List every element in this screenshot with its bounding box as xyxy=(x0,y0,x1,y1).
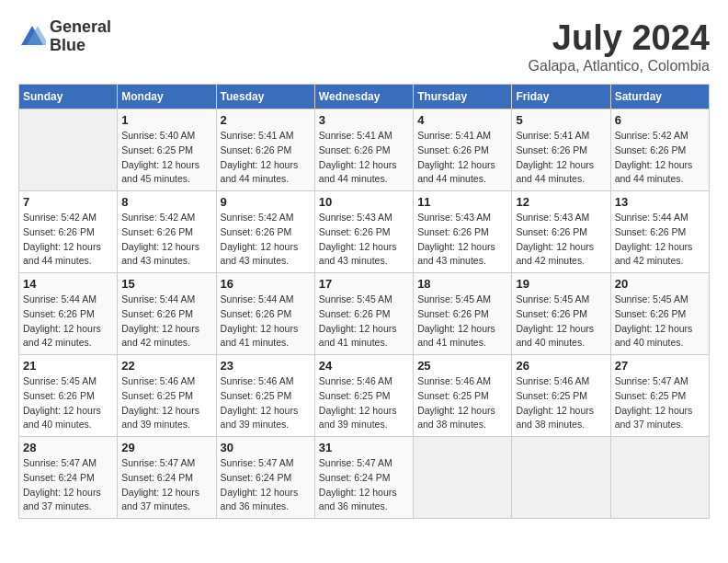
day-number: 9 xyxy=(221,195,311,209)
calendar-cell: 6Sunrise: 5:42 AM Sunset: 6:26 PM Daylig… xyxy=(610,109,709,191)
col-header-friday: Friday xyxy=(512,85,610,109)
calendar-week-row: 14Sunrise: 5:44 AM Sunset: 6:26 PM Dayli… xyxy=(19,273,710,355)
calendar-table: SundayMondayTuesdayWednesdayThursdayFrid… xyxy=(18,84,710,519)
day-number: 7 xyxy=(23,195,113,209)
day-info: Sunrise: 5:42 AM Sunset: 6:26 PM Dayligh… xyxy=(121,211,211,269)
day-number: 11 xyxy=(417,195,507,209)
day-info: Sunrise: 5:45 AM Sunset: 6:26 PM Dayligh… xyxy=(319,293,409,350)
calendar-cell: 5Sunrise: 5:41 AM Sunset: 6:26 PM Daylig… xyxy=(512,109,610,191)
day-number: 22 xyxy=(121,359,211,373)
calendar-cell: 27Sunrise: 5:47 AM Sunset: 6:25 PM Dayli… xyxy=(610,355,709,437)
day-number: 19 xyxy=(516,277,606,291)
day-number: 6 xyxy=(615,113,705,127)
calendar-cell: 22Sunrise: 5:46 AM Sunset: 6:25 PM Dayli… xyxy=(118,355,216,437)
day-number: 16 xyxy=(221,277,311,291)
day-info: Sunrise: 5:44 AM Sunset: 6:26 PM Dayligh… xyxy=(23,293,113,350)
calendar-cell xyxy=(512,437,610,519)
logo-icon xyxy=(18,23,46,51)
col-header-thursday: Thursday xyxy=(414,85,512,109)
day-info: Sunrise: 5:42 AM Sunset: 6:26 PM Dayligh… xyxy=(23,211,113,269)
day-number: 29 xyxy=(121,441,211,454)
day-info: Sunrise: 5:46 AM Sunset: 6:25 PM Dayligh… xyxy=(516,374,606,432)
day-number: 13 xyxy=(615,195,705,209)
day-info: Sunrise: 5:45 AM Sunset: 6:26 PM Dayligh… xyxy=(516,293,606,350)
day-info: Sunrise: 5:47 AM Sunset: 6:24 PM Dayligh… xyxy=(23,456,113,514)
calendar-cell: 13Sunrise: 5:44 AM Sunset: 6:26 PM Dayli… xyxy=(610,191,709,273)
day-info: Sunrise: 5:45 AM Sunset: 6:26 PM Dayligh… xyxy=(417,293,507,350)
day-number: 30 xyxy=(221,441,311,454)
calendar-cell: 24Sunrise: 5:46 AM Sunset: 6:25 PM Dayli… xyxy=(314,355,413,437)
calendar-cell: 18Sunrise: 5:45 AM Sunset: 6:26 PM Dayli… xyxy=(414,273,512,355)
calendar-cell xyxy=(19,109,118,191)
day-info: Sunrise: 5:47 AM Sunset: 6:25 PM Dayligh… xyxy=(615,374,705,432)
day-number: 20 xyxy=(615,277,705,291)
day-info: Sunrise: 5:42 AM Sunset: 6:26 PM Dayligh… xyxy=(615,129,705,187)
calendar-cell: 10Sunrise: 5:43 AM Sunset: 6:26 PM Dayli… xyxy=(314,191,413,273)
day-number: 4 xyxy=(417,113,507,127)
day-info: Sunrise: 5:41 AM Sunset: 6:26 PM Dayligh… xyxy=(417,129,507,187)
day-info: Sunrise: 5:45 AM Sunset: 6:26 PM Dayligh… xyxy=(23,374,113,432)
day-info: Sunrise: 5:40 AM Sunset: 6:25 PM Dayligh… xyxy=(121,129,211,187)
calendar-cell: 19Sunrise: 5:45 AM Sunset: 6:26 PM Dayli… xyxy=(512,273,610,355)
calendar-cell: 9Sunrise: 5:42 AM Sunset: 6:26 PM Daylig… xyxy=(216,191,314,273)
col-header-saturday: Saturday xyxy=(610,85,709,109)
day-number: 31 xyxy=(319,441,409,454)
calendar-cell: 29Sunrise: 5:47 AM Sunset: 6:24 PM Dayli… xyxy=(118,437,216,519)
day-info: Sunrise: 5:44 AM Sunset: 6:26 PM Dayligh… xyxy=(121,293,211,350)
day-number: 14 xyxy=(23,277,113,291)
calendar-week-row: 21Sunrise: 5:45 AM Sunset: 6:26 PM Dayli… xyxy=(19,355,710,437)
calendar-cell: 1Sunrise: 5:40 AM Sunset: 6:25 PM Daylig… xyxy=(118,109,216,191)
day-number: 25 xyxy=(417,359,507,373)
day-number: 18 xyxy=(417,277,507,291)
col-header-wednesday: Wednesday xyxy=(314,85,413,109)
day-info: Sunrise: 5:43 AM Sunset: 6:26 PM Dayligh… xyxy=(417,211,507,269)
day-info: Sunrise: 5:44 AM Sunset: 6:26 PM Dayligh… xyxy=(221,293,311,350)
calendar-cell: 26Sunrise: 5:46 AM Sunset: 6:25 PM Dayli… xyxy=(512,355,610,437)
day-info: Sunrise: 5:42 AM Sunset: 6:26 PM Dayligh… xyxy=(221,211,311,269)
calendar-cell: 21Sunrise: 5:45 AM Sunset: 6:26 PM Dayli… xyxy=(19,355,118,437)
day-info: Sunrise: 5:46 AM Sunset: 6:25 PM Dayligh… xyxy=(417,374,507,432)
day-info: Sunrise: 5:41 AM Sunset: 6:26 PM Dayligh… xyxy=(516,129,606,187)
day-number: 5 xyxy=(516,113,606,127)
page-header: General Blue July 2024 Galapa, Atlantico… xyxy=(18,18,710,75)
calendar-cell: 28Sunrise: 5:47 AM Sunset: 6:24 PM Dayli… xyxy=(19,437,118,519)
day-info: Sunrise: 5:44 AM Sunset: 6:26 PM Dayligh… xyxy=(615,211,705,269)
day-info: Sunrise: 5:47 AM Sunset: 6:24 PM Dayligh… xyxy=(221,456,311,514)
day-number: 28 xyxy=(23,441,113,454)
calendar-cell xyxy=(610,437,709,519)
calendar-cell: 7Sunrise: 5:42 AM Sunset: 6:26 PM Daylig… xyxy=(19,191,118,273)
calendar-cell: 3Sunrise: 5:41 AM Sunset: 6:26 PM Daylig… xyxy=(314,109,413,191)
calendar-cell: 31Sunrise: 5:47 AM Sunset: 6:24 PM Dayli… xyxy=(314,437,413,519)
day-number: 23 xyxy=(221,359,311,373)
calendar-header-row: SundayMondayTuesdayWednesdayThursdayFrid… xyxy=(19,85,710,109)
location-title: Galapa, Atlantico, Colombia xyxy=(529,58,710,75)
day-number: 12 xyxy=(516,195,606,209)
day-info: Sunrise: 5:43 AM Sunset: 6:26 PM Dayligh… xyxy=(516,211,606,269)
calendar-cell: 23Sunrise: 5:46 AM Sunset: 6:25 PM Dayli… xyxy=(216,355,314,437)
day-info: Sunrise: 5:47 AM Sunset: 6:24 PM Dayligh… xyxy=(319,456,409,514)
calendar-cell: 12Sunrise: 5:43 AM Sunset: 6:26 PM Dayli… xyxy=(512,191,610,273)
calendar-cell: 16Sunrise: 5:44 AM Sunset: 6:26 PM Dayli… xyxy=(216,273,314,355)
calendar-cell: 30Sunrise: 5:47 AM Sunset: 6:24 PM Dayli… xyxy=(216,437,314,519)
col-header-sunday: Sunday xyxy=(19,85,118,109)
calendar-cell: 8Sunrise: 5:42 AM Sunset: 6:26 PM Daylig… xyxy=(118,191,216,273)
col-header-tuesday: Tuesday xyxy=(216,85,314,109)
day-info: Sunrise: 5:41 AM Sunset: 6:26 PM Dayligh… xyxy=(221,129,311,187)
day-number: 8 xyxy=(121,195,211,209)
day-number: 26 xyxy=(516,359,606,373)
day-number: 24 xyxy=(319,359,409,373)
col-header-monday: Monday xyxy=(118,85,216,109)
logo-text: General Blue xyxy=(50,18,111,55)
day-number: 3 xyxy=(319,113,409,127)
day-number: 10 xyxy=(319,195,409,209)
calendar-cell: 14Sunrise: 5:44 AM Sunset: 6:26 PM Dayli… xyxy=(19,273,118,355)
month-title: July 2024 xyxy=(529,18,710,58)
day-info: Sunrise: 5:46 AM Sunset: 6:25 PM Dayligh… xyxy=(221,374,311,432)
calendar-week-row: 7Sunrise: 5:42 AM Sunset: 6:26 PM Daylig… xyxy=(19,191,710,273)
calendar-cell: 17Sunrise: 5:45 AM Sunset: 6:26 PM Dayli… xyxy=(314,273,413,355)
calendar-cell: 11Sunrise: 5:43 AM Sunset: 6:26 PM Dayli… xyxy=(414,191,512,273)
calendar-cell xyxy=(414,437,512,519)
day-info: Sunrise: 5:43 AM Sunset: 6:26 PM Dayligh… xyxy=(319,211,409,269)
day-info: Sunrise: 5:45 AM Sunset: 6:26 PM Dayligh… xyxy=(615,293,705,350)
calendar-cell: 4Sunrise: 5:41 AM Sunset: 6:26 PM Daylig… xyxy=(414,109,512,191)
